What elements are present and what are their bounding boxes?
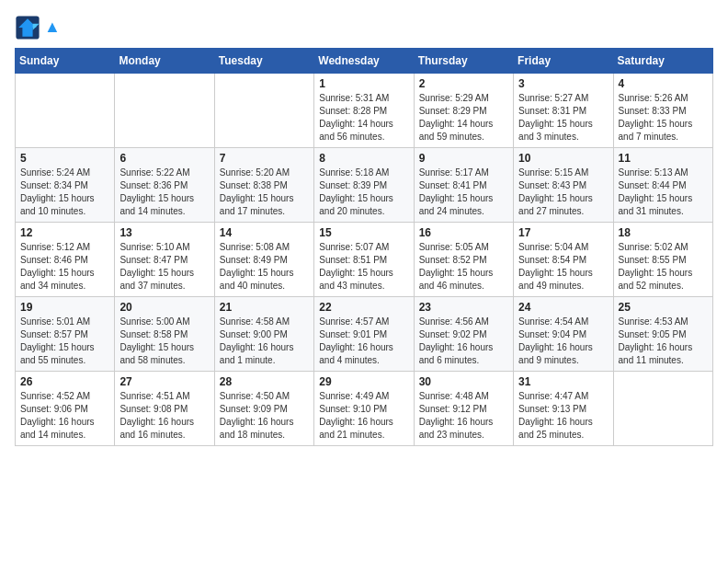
day-number: 25 [619, 301, 708, 314]
day-info: Sunrise: 5:04 AMSunset: 8:54 PMDaylight:… [518, 241, 608, 293]
calendar-cell: 10Sunrise: 5:15 AMSunset: 8:43 PMDayligh… [514, 148, 613, 223]
calendar-cell: 8Sunrise: 5:18 AMSunset: 8:39 PMDaylight… [314, 148, 414, 223]
day-number: 20 [119, 301, 209, 314]
calendar-week-1: 1Sunrise: 5:31 AMSunset: 8:28 PMDaylight… [16, 74, 713, 148]
day-number: 8 [319, 152, 408, 165]
day-number: 3 [518, 77, 608, 90]
day-number: 26 [20, 375, 109, 388]
day-info: Sunrise: 4:49 AMSunset: 9:10 PMDaylight:… [319, 390, 408, 442]
weekday-header-row: SundayMondayTuesdayWednesdayThursdayFrid… [16, 49, 713, 74]
day-info: Sunrise: 5:22 AMSunset: 8:36 PMDaylight:… [119, 167, 209, 218]
day-number: 11 [619, 152, 708, 165]
day-info: Sunrise: 5:08 AMSunset: 8:49 PMDaylight:… [220, 241, 309, 293]
page-header: ▲ [15, 15, 713, 40]
day-info: Sunrise: 4:57 AMSunset: 9:01 PMDaylight:… [319, 316, 408, 367]
day-info: Sunrise: 5:15 AMSunset: 8:43 PMDaylight:… [518, 167, 608, 218]
day-info: Sunrise: 5:02 AMSunset: 8:55 PMDaylight:… [619, 241, 708, 293]
weekday-header-friday: Friday [514, 49, 613, 74]
day-number: 7 [220, 152, 309, 165]
day-info: Sunrise: 4:58 AMSunset: 9:00 PMDaylight:… [220, 316, 309, 367]
calendar-cell: 26Sunrise: 4:52 AMSunset: 9:06 PMDayligh… [16, 372, 115, 446]
day-number: 21 [220, 301, 309, 314]
calendar-table: SundayMondayTuesdayWednesdayThursdayFrid… [15, 48, 713, 446]
day-number: 14 [220, 226, 309, 239]
day-info: Sunrise: 5:31 AMSunset: 8:28 PMDaylight:… [319, 92, 408, 144]
calendar-cell [214, 74, 313, 148]
calendar-cell: 23Sunrise: 4:56 AMSunset: 9:02 PMDayligh… [414, 297, 513, 372]
day-number: 28 [220, 375, 309, 388]
day-number: 29 [319, 375, 408, 388]
calendar-cell: 20Sunrise: 5:00 AMSunset: 8:58 PMDayligh… [115, 297, 214, 372]
calendar-cell: 27Sunrise: 4:51 AMSunset: 9:08 PMDayligh… [115, 372, 214, 446]
day-info: Sunrise: 5:05 AMSunset: 8:52 PMDaylight:… [419, 241, 508, 293]
day-number: 22 [319, 301, 408, 314]
calendar-cell: 4Sunrise: 5:26 AMSunset: 8:33 PMDaylight… [613, 74, 712, 148]
day-info: Sunrise: 5:07 AMSunset: 8:51 PMDaylight:… [319, 241, 408, 293]
calendar-cell: 9Sunrise: 5:17 AMSunset: 8:41 PMDaylight… [414, 148, 513, 223]
day-number: 1 [319, 77, 408, 90]
logo-icon [15, 15, 40, 40]
day-info: Sunrise: 4:51 AMSunset: 9:08 PMDaylight:… [119, 390, 209, 442]
day-number: 10 [518, 152, 608, 165]
calendar-cell: 2Sunrise: 5:29 AMSunset: 8:29 PMDaylight… [414, 74, 513, 148]
day-number: 19 [20, 301, 109, 314]
day-info: Sunrise: 4:54 AMSunset: 9:04 PMDaylight:… [518, 316, 608, 367]
day-number: 15 [319, 226, 408, 239]
day-number: 12 [20, 226, 109, 239]
day-info: Sunrise: 5:24 AMSunset: 8:34 PMDaylight:… [20, 167, 109, 218]
calendar-cell: 29Sunrise: 4:49 AMSunset: 9:10 PMDayligh… [314, 372, 414, 446]
calendar-week-4: 19Sunrise: 5:01 AMSunset: 8:57 PMDayligh… [16, 297, 713, 372]
day-info: Sunrise: 4:53 AMSunset: 9:05 PMDaylight:… [619, 316, 708, 367]
day-number: 5 [20, 152, 109, 165]
calendar-cell: 22Sunrise: 4:57 AMSunset: 9:01 PMDayligh… [314, 297, 414, 372]
calendar-cell: 19Sunrise: 5:01 AMSunset: 8:57 PMDayligh… [16, 297, 115, 372]
weekday-header-tuesday: Tuesday [214, 49, 313, 74]
calendar-cell: 1Sunrise: 5:31 AMSunset: 8:28 PMDaylight… [314, 74, 414, 148]
day-info: Sunrise: 5:10 AMSunset: 8:47 PMDaylight:… [119, 241, 209, 293]
calendar-cell: 31Sunrise: 4:47 AMSunset: 9:13 PMDayligh… [514, 372, 613, 446]
day-info: Sunrise: 5:12 AMSunset: 8:46 PMDaylight:… [20, 241, 109, 293]
day-number: 17 [518, 226, 608, 239]
day-info: Sunrise: 5:20 AMSunset: 8:38 PMDaylight:… [220, 167, 309, 218]
calendar-week-5: 26Sunrise: 4:52 AMSunset: 9:06 PMDayligh… [16, 372, 713, 446]
calendar-cell: 12Sunrise: 5:12 AMSunset: 8:46 PMDayligh… [16, 223, 115, 297]
day-number: 30 [419, 375, 508, 388]
calendar-cell: 24Sunrise: 4:54 AMSunset: 9:04 PMDayligh… [514, 297, 613, 372]
day-number: 24 [518, 301, 608, 314]
calendar-cell: 14Sunrise: 5:08 AMSunset: 8:49 PMDayligh… [214, 223, 313, 297]
calendar-week-2: 5Sunrise: 5:24 AMSunset: 8:34 PMDaylight… [16, 148, 713, 223]
day-info: Sunrise: 4:48 AMSunset: 9:12 PMDaylight:… [419, 390, 508, 442]
logo-blue: ▲ [44, 17, 61, 36]
day-number: 9 [419, 152, 508, 165]
weekday-header-sunday: Sunday [16, 49, 115, 74]
day-info: Sunrise: 5:17 AMSunset: 8:41 PMDaylight:… [419, 167, 508, 218]
calendar-cell: 5Sunrise: 5:24 AMSunset: 8:34 PMDaylight… [16, 148, 115, 223]
calendar-cell: 18Sunrise: 5:02 AMSunset: 8:55 PMDayligh… [613, 223, 712, 297]
calendar-body: 1Sunrise: 5:31 AMSunset: 8:28 PMDaylight… [16, 74, 713, 446]
calendar-cell [613, 372, 712, 446]
day-info: Sunrise: 4:52 AMSunset: 9:06 PMDaylight:… [20, 390, 109, 442]
day-number: 23 [419, 301, 508, 314]
day-info: Sunrise: 5:01 AMSunset: 8:57 PMDaylight:… [20, 316, 109, 367]
calendar-cell: 21Sunrise: 4:58 AMSunset: 9:00 PMDayligh… [214, 297, 313, 372]
day-info: Sunrise: 5:27 AMSunset: 8:31 PMDaylight:… [518, 92, 608, 144]
calendar-cell: 16Sunrise: 5:05 AMSunset: 8:52 PMDayligh… [414, 223, 513, 297]
calendar-cell: 6Sunrise: 5:22 AMSunset: 8:36 PMDaylight… [115, 148, 214, 223]
weekday-header-thursday: Thursday [414, 49, 513, 74]
calendar-week-3: 12Sunrise: 5:12 AMSunset: 8:46 PMDayligh… [16, 223, 713, 297]
calendar-cell [115, 74, 214, 148]
calendar-cell: 30Sunrise: 4:48 AMSunset: 9:12 PMDayligh… [414, 372, 513, 446]
day-number: 4 [619, 77, 708, 90]
weekday-header-monday: Monday [115, 49, 214, 74]
day-info: Sunrise: 5:13 AMSunset: 8:44 PMDaylight:… [619, 167, 708, 218]
day-number: 31 [518, 375, 608, 388]
day-info: Sunrise: 5:26 AMSunset: 8:33 PMDaylight:… [619, 92, 708, 144]
calendar-cell: 15Sunrise: 5:07 AMSunset: 8:51 PMDayligh… [314, 223, 414, 297]
calendar-cell: 28Sunrise: 4:50 AMSunset: 9:09 PMDayligh… [214, 372, 313, 446]
calendar-cell: 11Sunrise: 5:13 AMSunset: 8:44 PMDayligh… [613, 148, 712, 223]
day-info: Sunrise: 4:50 AMSunset: 9:09 PMDaylight:… [220, 390, 309, 442]
calendar-cell: 7Sunrise: 5:20 AMSunset: 8:38 PMDaylight… [214, 148, 313, 223]
day-number: 16 [419, 226, 508, 239]
day-number: 18 [619, 226, 708, 239]
day-number: 13 [119, 226, 209, 239]
